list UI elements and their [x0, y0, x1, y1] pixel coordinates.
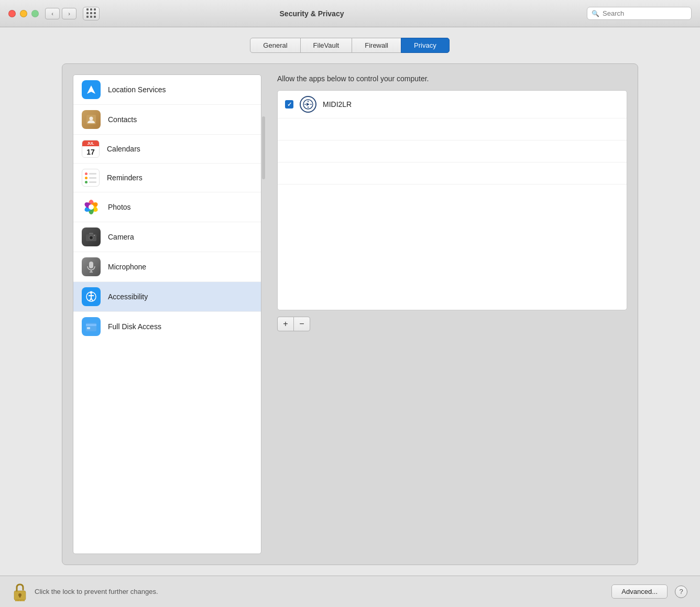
empty-row-4: [278, 185, 627, 207]
allow-text: Allow the apps below to control your com…: [277, 74, 627, 83]
lock-status-text: Click the lock to prevent further change…: [35, 588, 604, 595]
advanced-button[interactable]: Advanced...: [611, 584, 668, 599]
search-icon: 🔍: [592, 10, 599, 17]
add-app-button[interactable]: +: [277, 317, 294, 331]
remove-app-button[interactable]: −: [293, 317, 310, 331]
sidebar-label-fulldisk: Full Disk Access: [108, 322, 161, 331]
sidebar-item-location[interactable]: Location Services: [73, 75, 261, 105]
lock-icon[interactable]: [13, 582, 27, 601]
svg-line-23: [91, 298, 93, 301]
maximize-button[interactable]: [31, 10, 39, 17]
close-button[interactable]: [8, 10, 16, 17]
list-buttons: + −: [277, 317, 627, 331]
sidebar-item-microphone[interactable]: Microphone: [73, 252, 261, 282]
svg-rect-24: [87, 327, 90, 329]
title-bar: ‹ › Security & Privacy 🔍: [0, 0, 700, 27]
calendars-icon: JUL 17: [82, 140, 100, 158]
panel: Location Services Contacts: [62, 63, 638, 565]
help-button[interactable]: ?: [675, 586, 687, 598]
sidebar-item-contacts[interactable]: Contacts: [73, 105, 261, 135]
contacts-icon: [82, 110, 101, 129]
sidebar-item-calendars[interactable]: JUL 17 Calendars: [73, 135, 261, 164]
location-icon: [82, 80, 101, 99]
right-panel: Allow the apps below to control your com…: [267, 74, 627, 554]
svg-point-12: [90, 237, 92, 239]
apps-list: ✓ MIDI2LR: [277, 90, 627, 310]
svg-point-14: [94, 235, 95, 236]
tab-firewall[interactable]: Firewall: [352, 38, 401, 53]
svg-rect-15: [89, 262, 93, 268]
scroll-thumb[interactable]: [262, 116, 265, 179]
svg-rect-32: [19, 595, 21, 598]
empty-row-3: [278, 162, 627, 185]
svg-point-9: [89, 204, 94, 210]
window-title: Security & Privacy: [43, 9, 581, 18]
reminders-icon: [82, 169, 100, 187]
sidebar-item-camera[interactable]: Camera: [73, 222, 261, 252]
sidebar-label-accessibility: Accessibility: [108, 292, 148, 301]
bottom-bar: Click the lock to prevent further change…: [0, 576, 700, 607]
sidebar-label-calendars: Calendars: [107, 145, 140, 153]
sidebar-item-fulldisk[interactable]: Full Disk Access: [73, 312, 261, 341]
cal-day: 17: [82, 146, 99, 157]
tabs: General FileVault Firewall Privacy: [250, 38, 449, 53]
sidebar-label-microphone: Microphone: [108, 263, 146, 271]
midi2lr-icon: [300, 96, 316, 113]
empty-row-1: [278, 118, 627, 140]
accessibility-icon: [82, 287, 101, 306]
sidebar-label-location: Location Services: [108, 85, 166, 94]
traffic-lights: [8, 10, 39, 17]
camera-icon: [82, 227, 101, 246]
svg-point-35: [20, 600, 25, 601]
sidebar-item-photos[interactable]: Photos: [73, 192, 261, 222]
svg-marker-0: [87, 85, 95, 94]
sidebar-label-photos: Photos: [108, 203, 131, 211]
sidebar-item-reminders[interactable]: Reminders: [73, 164, 261, 192]
minimize-button[interactable]: [20, 10, 27, 17]
tab-general[interactable]: General: [250, 38, 300, 53]
empty-row-2: [278, 140, 627, 162]
fulldisk-icon: [82, 317, 101, 336]
microphone-icon: [82, 257, 101, 276]
sidebar-label-contacts: Contacts: [108, 115, 137, 124]
search-input[interactable]: [603, 9, 687, 17]
tab-privacy[interactable]: Privacy: [401, 38, 450, 53]
photos-icon: [82, 198, 101, 216]
svg-rect-13: [89, 233, 93, 234]
table-row[interactable]: ✓ MIDI2LR: [278, 91, 627, 118]
search-box[interactable]: 🔍: [587, 7, 692, 20]
sidebar: Location Services Contacts: [73, 74, 261, 554]
tab-filevault[interactable]: FileVault: [300, 38, 353, 53]
app-name-midi2lr: MIDI2LR: [323, 100, 352, 109]
cal-month: JUL: [82, 140, 99, 146]
checkmark-icon: ✓: [287, 101, 292, 108]
sidebar-scrollbar[interactable]: [261, 74, 266, 554]
sidebar-item-accessibility[interactable]: Accessibility: [73, 282, 261, 312]
sidebar-label-reminders: Reminders: [107, 174, 143, 182]
sidebar-label-camera: Camera: [108, 233, 134, 241]
app-checkbox-midi2lr[interactable]: ✓: [285, 100, 293, 109]
main-content: General FileVault Firewall Privacy Locat…: [0, 27, 700, 576]
svg-point-2: [90, 117, 93, 121]
